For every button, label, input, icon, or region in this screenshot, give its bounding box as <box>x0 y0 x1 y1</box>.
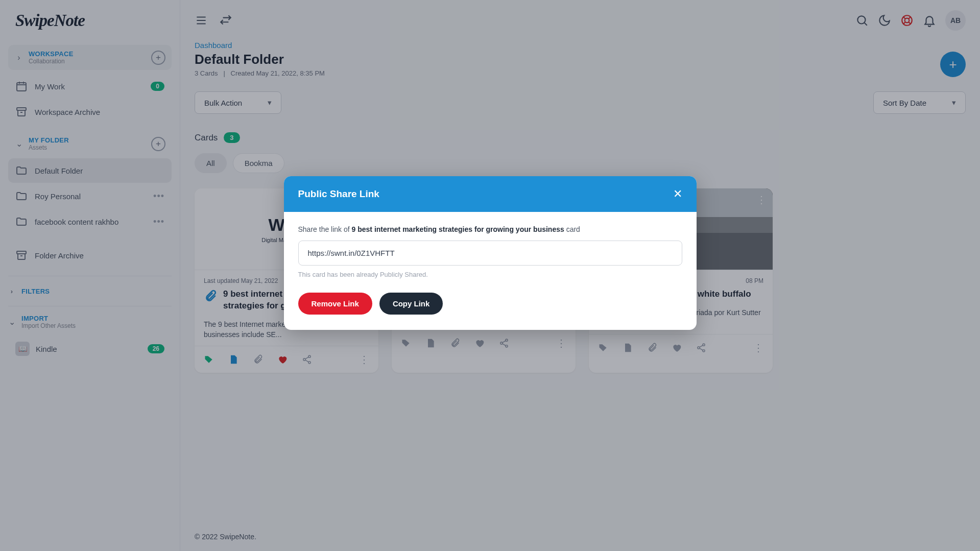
modal-header: Public Share Link ✕ <box>284 176 697 212</box>
modal-title: Public Share Link <box>298 188 379 200</box>
share-bold: 9 best internet marketing strategies for… <box>352 225 564 233</box>
share-post: card <box>564 225 580 233</box>
share-hint: This card has been already Publicly Shar… <box>298 271 682 278</box>
remove-link-button[interactable]: Remove Link <box>298 293 372 315</box>
copy-link-button[interactable]: Copy Link <box>379 293 443 315</box>
share-pre: Share the link of <box>298 225 352 233</box>
close-icon[interactable]: ✕ <box>673 187 682 201</box>
share-modal: Public Share Link ✕ Share the link of 9 … <box>284 176 697 330</box>
modal-overlay[interactable]: Public Share Link ✕ Share the link of 9 … <box>0 0 980 551</box>
modal-body: Share the link of 9 best internet market… <box>284 212 697 330</box>
share-text: Share the link of 9 best internet market… <box>298 225 682 233</box>
share-link-input[interactable] <box>298 241 682 266</box>
